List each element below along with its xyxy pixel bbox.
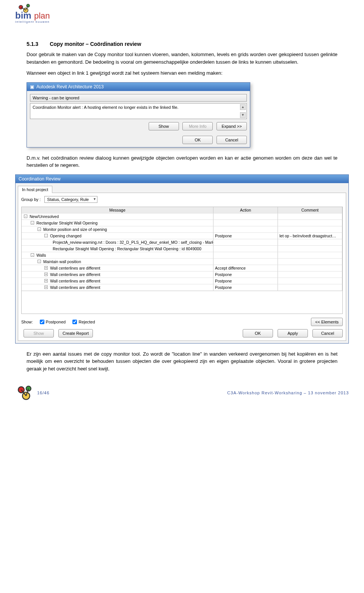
collapse-icon[interactable]: - xyxy=(31,253,34,257)
collapse-icon[interactable]: - xyxy=(24,215,27,218)
row-comment xyxy=(278,226,342,233)
postponed-checkbox-input[interactable] xyxy=(40,320,44,324)
warning-dialog-titlebar: ▣ Autodesk Revit Architecture 2013 xyxy=(27,83,250,91)
row-message: Rectangular Straight Wall Opening xyxy=(36,221,97,225)
logo: bim plan intelligent bouwen xyxy=(15,3,349,26)
svg-text:plan: plan xyxy=(34,11,50,20)
row-action xyxy=(213,226,278,233)
expand-icon[interactable]: + xyxy=(44,279,48,282)
row-message: Wall centerlines are different xyxy=(50,266,100,270)
review-grid: Message Action Comment -New/Unresolved-R… xyxy=(21,207,343,314)
row-message: Rectangular Straight Wall Opening : Rect… xyxy=(53,246,201,251)
dlg2-apply-button[interactable]: Apply xyxy=(278,329,308,337)
row-action[interactable]: Postpone xyxy=(213,271,278,278)
expand-icon[interactable]: + xyxy=(44,273,48,276)
row-message: ProjectA_review-warning.rvt : Doors : 32… xyxy=(53,240,213,245)
footer-right-text: C3A-Workshop Revit-Worksharing – 13 nove… xyxy=(227,391,349,395)
section-title: Copy monitor – Coördination review xyxy=(50,41,141,47)
row-message: Wall centerlines are different xyxy=(50,272,100,277)
row-action xyxy=(213,252,278,259)
show-button[interactable]: Show xyxy=(149,122,179,130)
scroll-down-icon[interactable]: ▼ xyxy=(240,112,246,118)
row-message: Walls xyxy=(36,253,46,257)
paragraph-3: D.m.v. het coördination review dialoog k… xyxy=(27,154,337,169)
elements-button[interactable]: << Elements xyxy=(311,318,343,326)
paragraph-4: Er zijn een aantal issues met de copy mo… xyxy=(27,350,337,373)
postponed-checkbox[interactable]: Postponed xyxy=(40,320,66,324)
warning-dialog: ▣ Autodesk Revit Architecture 2013 Warni… xyxy=(27,82,250,147)
row-message: Monitor position and size of opening xyxy=(43,227,107,232)
table-row[interactable]: -Opening changedPostponelet op - beïnvlo… xyxy=(22,233,342,239)
row-action[interactable]: Postpone xyxy=(213,284,278,291)
table-row[interactable]: +Wall centerlines are differentAccept di… xyxy=(22,265,342,271)
row-action[interactable]: Accept difference xyxy=(213,265,278,271)
rejected-checkbox-input[interactable] xyxy=(72,320,77,324)
row-comment xyxy=(278,265,342,271)
groupby-label: Group by : xyxy=(21,197,41,202)
expand-icon[interactable]: + xyxy=(44,266,48,270)
svg-text:intelligent bouwen: intelligent bouwen xyxy=(15,20,50,24)
table-row[interactable]: -Monitor position and size of opening xyxy=(22,226,342,233)
ok-button[interactable]: OK xyxy=(182,136,213,144)
scroll-up-icon[interactable]: ▲ xyxy=(240,104,246,110)
collapse-icon[interactable]: - xyxy=(38,227,41,231)
row-comment xyxy=(278,252,342,259)
table-row[interactable]: -Maintain wall position xyxy=(22,259,342,265)
groupby-dropdown[interactable]: Status, Category, Rule xyxy=(44,196,97,203)
collapse-icon[interactable]: - xyxy=(44,234,48,237)
row-comment xyxy=(278,271,342,278)
row-comment xyxy=(278,220,342,226)
rejected-checkbox[interactable]: Rejected xyxy=(72,320,95,324)
row-action xyxy=(213,220,278,226)
row-message: New/Unresolved xyxy=(30,214,59,219)
svg-text:bim: bim xyxy=(15,10,31,20)
expand-icon[interactable]: + xyxy=(44,286,48,289)
dlg2-cancel-button[interactable]: Cancel xyxy=(312,329,343,337)
table-row[interactable]: ProjectA_review-warning.rvt : Doors : 32… xyxy=(22,239,342,246)
row-comment xyxy=(278,259,342,265)
col-header-action: Action xyxy=(213,207,278,213)
row-action xyxy=(213,213,278,220)
table-row[interactable]: -Walls xyxy=(22,252,342,259)
create-report-button[interactable]: Create Report xyxy=(58,329,93,337)
table-row[interactable]: -New/Unresolved xyxy=(22,213,342,220)
row-action[interactable]: Postpone xyxy=(213,233,278,239)
coordination-review-dialog: Coordination Review In host project Grou… xyxy=(15,174,349,344)
collapse-icon[interactable]: - xyxy=(38,260,41,263)
dlg2-ok-button[interactable]: OK xyxy=(243,329,273,337)
table-row[interactable]: -Rectangular Straight Wall Opening xyxy=(22,220,342,226)
collapse-icon[interactable]: - xyxy=(31,221,34,224)
cancel-button[interactable]: Cancel xyxy=(217,136,247,144)
warning-message-box: Coordination Monitor alert : A hosting e… xyxy=(30,103,247,119)
row-action xyxy=(213,239,278,246)
section-heading: 5.1.3 Copy monitor – Coördination review xyxy=(27,41,337,47)
paragraph-2: Wanneer een object in link 1 gewijzigd w… xyxy=(27,69,337,77)
row-message: Wall centerlines are different xyxy=(50,279,100,283)
row-comment xyxy=(278,239,342,246)
table-row[interactable]: +Wall centerlines are differentPostpone xyxy=(22,284,342,291)
row-comment xyxy=(278,213,342,220)
postponed-checkbox-label: Postponed xyxy=(46,320,66,324)
row-action xyxy=(213,246,278,252)
row-action[interactable]: Postpone xyxy=(213,278,278,284)
warning-message: Coordination Monitor alert : A hosting e… xyxy=(33,105,179,110)
table-row[interactable]: +Wall centerlines are differentPostpone xyxy=(22,271,342,278)
revit-icon: ▣ xyxy=(30,84,34,89)
page-footer: 16/46 C3A-Workshop Revit-Worksharing – 1… xyxy=(15,384,349,402)
row-action xyxy=(213,259,278,265)
coord-review-title: Coordination Review xyxy=(16,175,348,183)
show-label: Show: xyxy=(21,320,33,324)
section-number: 5.1.3 xyxy=(27,41,38,47)
warning-dialog-title: Autodesk Revit Architecture 2013 xyxy=(36,84,104,89)
row-comment[interactable]: let op - beïnvloedt draagstruct… xyxy=(278,233,342,239)
expand-button[interactable]: Expand >> xyxy=(217,122,247,130)
footer-page-number: 16/46 xyxy=(37,391,50,395)
table-row[interactable]: +Wall centerlines are differentPostpone xyxy=(22,278,342,284)
table-row[interactable]: Rectangular Straight Wall Opening : Rect… xyxy=(22,246,342,252)
row-message: Wall centerlines are different xyxy=(50,285,100,290)
row-comment xyxy=(278,278,342,284)
rejected-checkbox-label: Rejected xyxy=(78,320,95,324)
bimplan-logo-icon: bim plan intelligent bouwen xyxy=(15,3,68,26)
more-info-button: More Info xyxy=(182,122,213,130)
tab-in-host-project[interactable]: In host project xyxy=(18,186,52,193)
